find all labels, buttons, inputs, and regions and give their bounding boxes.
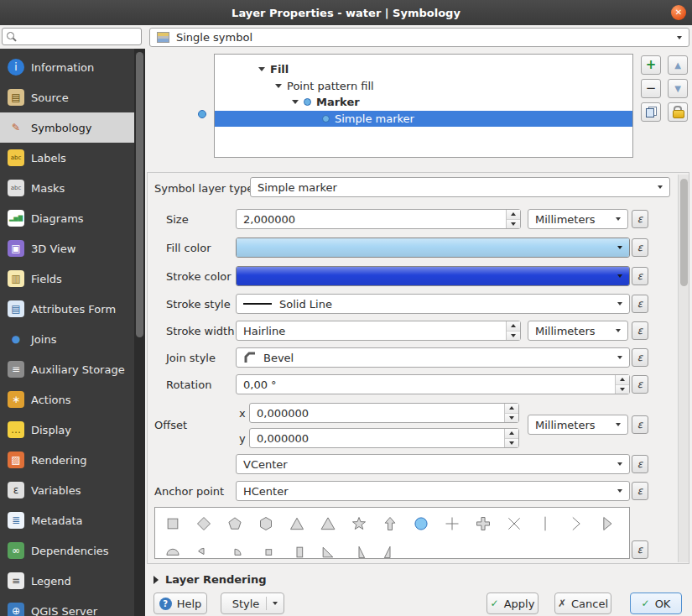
stroke-color-button[interactable] (236, 266, 630, 286)
move-up-button[interactable]: ▲ (668, 55, 688, 75)
shape-hexagon-icon[interactable] (250, 509, 281, 538)
spin-up-button[interactable] (507, 321, 520, 331)
spin-up-button[interactable] (507, 210, 520, 220)
style-dropdown-arrow-icon[interactable] (273, 602, 278, 605)
layer-rendering-section[interactable]: Layer Rendering (153, 573, 267, 586)
stroke-width-unit-select[interactable]: Millimeters (528, 321, 628, 341)
params-scrollbar-thumb[interactable] (680, 179, 688, 286)
shape-third-circle-icon[interactable] (188, 538, 219, 559)
spin-up-button[interactable] (616, 375, 629, 385)
sidebar-item-source[interactable]: ▤Source (0, 82, 134, 112)
symbol-layer-type-select[interactable]: Simple marker (250, 177, 670, 197)
offset-unit-select[interactable]: Millimeters (528, 415, 628, 435)
shape-cross-icon[interactable] (436, 509, 467, 538)
anchor-vertical-select[interactable]: VCenter (236, 454, 630, 474)
search-input[interactable] (20, 30, 129, 44)
shape-line-icon[interactable] (529, 509, 560, 538)
sidebar-item-rendering[interactable]: ▨Rendering (0, 445, 134, 475)
shape-triangle-icon[interactable] (281, 509, 312, 538)
shape-diamond-icon[interactable] (188, 509, 219, 538)
sidebar-item-attributes-form[interactable]: ▤Attributes Form (0, 294, 134, 324)
sidebar-item-3d-view[interactable]: ▣3D View (0, 233, 134, 264)
apply-button[interactable]: ✓ Apply (486, 593, 539, 614)
shape-star-icon[interactable] (343, 509, 374, 538)
sidebar-item-dependencies[interactable]: ∞Dependencies (0, 535, 134, 566)
spin-down-button[interactable] (505, 414, 518, 423)
shape-filled-arrowhead-icon[interactable] (591, 509, 622, 538)
sidebar-scrollbar[interactable] (134, 49, 145, 616)
shape-equilateral-triangle-icon[interactable] (312, 509, 343, 538)
anchor-vertical-override-button[interactable]: ε (632, 455, 648, 473)
expander-icon[interactable] (258, 67, 270, 71)
spin-down-button[interactable] (616, 385, 629, 394)
sidebar-item-information[interactable]: iInformation (0, 52, 134, 82)
expander-icon[interactable] (275, 84, 287, 88)
fill-color-button[interactable] (236, 238, 630, 258)
fill-color-override-button[interactable]: ε (632, 238, 648, 257)
sidebar-item-actions[interactable]: ∗Actions (0, 384, 134, 415)
shape-override-button[interactable]: ε (632, 540, 648, 559)
rotation-input[interactable]: 0,00 ° (236, 374, 630, 394)
offset-override-button[interactable]: ε (632, 415, 648, 434)
add-symbol-layer-button[interactable]: + (641, 55, 661, 75)
cancel-button[interactable]: ✗ Cancel (554, 593, 611, 614)
move-down-button[interactable]: ▼ (668, 79, 688, 98)
join-style-select[interactable]: Bevel (236, 347, 630, 368)
sidebar-item-fields[interactable]: ▥Fields (0, 264, 134, 294)
style-button[interactable]: Style (221, 593, 284, 614)
shape-cross-fill-icon[interactable] (467, 509, 498, 538)
shape-square-icon[interactable] (157, 509, 188, 538)
sidebar-item-diagrams[interactable]: ▂▅▇Diagrams (0, 203, 134, 233)
stroke-color-override-button[interactable]: ε (632, 267, 648, 285)
sidebar-item-labels[interactable]: abcLabels (0, 143, 134, 173)
shape-pentagon-icon[interactable] (219, 509, 250, 538)
sidebar-item-auxiliary-storage[interactable]: ≡Auxiliary Storage (0, 354, 134, 384)
stroke-style-select[interactable]: Solid Line (236, 294, 630, 314)
anchor-horizontal-override-button[interactable]: ε (632, 482, 648, 500)
shape-arrowhead-icon[interactable] (560, 509, 591, 538)
stroke-width-input[interactable]: Hairline (236, 321, 521, 341)
shape-cross2-icon[interactable] (498, 509, 529, 538)
symbol-node-point-pattern-fill[interactable]: Point pattern fill (215, 78, 632, 95)
symbol-node-fill[interactable]: Fill (215, 61, 632, 78)
sidebar-item-variables[interactable]: εVariables (0, 475, 134, 505)
params-scrollbar[interactable] (678, 175, 689, 562)
size-input[interactable]: 2,000000 (236, 209, 521, 229)
sidebar-search[interactable] (2, 28, 142, 45)
symbol-node-simple-marker[interactable]: Simple marker (215, 111, 632, 128)
sidebar-item-symbology[interactable]: ✎Symbology (0, 112, 134, 143)
shape-quarter-square-icon[interactable] (250, 538, 281, 559)
shape-left-half-triangle-icon[interactable] (374, 538, 405, 559)
shape-arrow-icon[interactable] (374, 509, 405, 538)
spin-down-button[interactable] (507, 331, 520, 341)
sidebar-item-qgis-server[interactable]: ⊕QGIS Server (0, 596, 134, 616)
lock-color-button[interactable] (668, 102, 688, 122)
offset-x-input[interactable]: 0,000000 (249, 403, 519, 423)
close-button[interactable]: ✕ (671, 5, 686, 20)
sidebar-scrollbar-thumb[interactable] (136, 52, 143, 337)
shape-circle-icon[interactable] (405, 509, 436, 538)
help-button[interactable]: ? Help (153, 593, 207, 614)
size-unit-select[interactable]: Millimeters (528, 209, 628, 229)
shape-quarter-circle-icon[interactable] (219, 538, 250, 559)
ok-button[interactable]: ✓ OK (630, 593, 682, 614)
stroke-width-override-button[interactable]: ε (632, 321, 648, 340)
sidebar-item-joins[interactable]: ●Joins (0, 324, 134, 354)
symbol-node-marker[interactable]: Marker (215, 94, 632, 111)
sidebar-item-legend[interactable]: ≡Legend (0, 566, 134, 596)
symbol-mode-select[interactable]: Single symbol (149, 28, 689, 47)
sidebar-item-masks[interactable]: abcMasks (0, 173, 134, 203)
spin-down-button[interactable] (505, 439, 518, 448)
rotation-override-button[interactable]: ε (632, 375, 648, 394)
anchor-horizontal-select[interactable]: HCenter (236, 481, 630, 501)
spin-up-button[interactable] (505, 404, 518, 414)
shape-half-square-icon[interactable] (281, 538, 312, 559)
sidebar-item-metadata[interactable]: ≣Metadata (0, 505, 134, 535)
offset-y-input[interactable]: 0,000000 (249, 428, 519, 448)
duplicate-symbol-layer-button[interactable] (641, 102, 661, 122)
stroke-style-override-button[interactable]: ε (632, 295, 648, 313)
shape-diagonal-half-square-icon[interactable] (312, 538, 343, 559)
shape-semi-circle-icon[interactable] (157, 538, 188, 559)
remove-symbol-layer-button[interactable]: − (641, 79, 661, 98)
expander-icon[interactable] (292, 100, 304, 104)
